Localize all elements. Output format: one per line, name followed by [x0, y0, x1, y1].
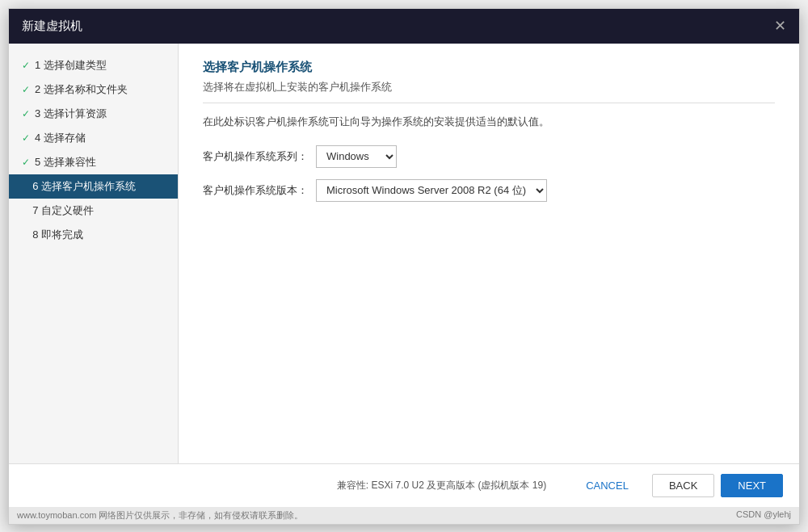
- next-button[interactable]: NEXT: [721, 474, 783, 497]
- sidebar: ✓1 选择创建类型✓2 选择名称和文件夹✓3 选择计算资源✓4 选择存储✓5 选…: [9, 44, 179, 463]
- sidebar-item-8[interactable]: 8 即将完成: [9, 223, 178, 247]
- new-vm-dialog: 新建虚拟机 ✕ ✓1 选择创建类型✓2 选择名称和文件夹✓3 选择计算资源✓4 …: [8, 8, 800, 525]
- dialog-header: 新建虚拟机 ✕: [9, 9, 799, 44]
- os-version-label: 客户机操作系统版本：: [203, 183, 308, 198]
- dialog-body: ✓1 选择创建类型✓2 选择名称和文件夹✓3 选择计算资源✓4 选择存储✓5 选…: [9, 44, 799, 463]
- sidebar-item-5[interactable]: ✓5 选择兼容性: [9, 150, 178, 174]
- step-num-6: [22, 180, 27, 192]
- sidebar-label-2: 2 选择名称和文件夹: [35, 82, 128, 97]
- cancel-button[interactable]: CANCEL: [569, 474, 646, 497]
- check-icon: ✓: [22, 60, 30, 71]
- watermark-bar: www.toymoban.com 网络图片仅供展示，非存储，如有侵权请联系删除。…: [9, 507, 799, 524]
- watermark-right: CSDN @ylehj: [736, 509, 791, 522]
- sidebar-item-7[interactable]: 7 自定义硬件: [9, 199, 178, 223]
- os-family-label: 客户机操作系统系列：: [203, 149, 308, 164]
- sidebar-label-7: 7 自定义硬件: [32, 203, 94, 218]
- os-version-row: 客户机操作系统版本： Microsoft Windows Server 2008…: [203, 179, 775, 202]
- check-icon: ✓: [22, 132, 30, 144]
- os-family-row: 客户机操作系统系列： WindowsLinuxOther: [203, 145, 775, 168]
- step-num-8: [22, 228, 27, 241]
- dialog-footer: 兼容性: ESXi 7.0 U2 及更高版本 (虚拟机版本 19) CANCEL…: [9, 463, 799, 507]
- sidebar-label-5: 5 选择兼容性: [35, 155, 96, 170]
- main-content: 选择客户机操作系统 选择将在虚拟机上安装的客户机操作系统 在此处标识客户机操作系…: [179, 44, 799, 463]
- compat-text: 兼容性: ESXi 7.0 U2 及更高版本 (虚拟机版本 19): [337, 479, 546, 492]
- sidebar-label-1: 1 选择创建类型: [35, 58, 107, 73]
- sidebar-label-6: 6 选择客户机操作系统: [32, 179, 136, 194]
- sidebar-item-4[interactable]: ✓4 选择存储: [9, 126, 178, 150]
- sidebar-item-6[interactable]: 6 选择客户机操作系统: [9, 174, 178, 199]
- sidebar-item-2[interactable]: ✓2 选择名称和文件夹: [9, 77, 178, 102]
- sidebar-label-3: 3 选择计算资源: [35, 107, 107, 121]
- sidebar-item-1[interactable]: ✓1 选择创建类型: [9, 53, 178, 77]
- back-button[interactable]: BACK: [652, 474, 714, 497]
- section-title: 选择客户机操作系统: [203, 60, 775, 75]
- sidebar-label-8: 8 即将完成: [32, 228, 83, 242]
- os-family-select[interactable]: WindowsLinuxOther: [316, 145, 397, 168]
- dialog-title: 新建虚拟机: [22, 19, 82, 34]
- section-subtitle: 选择将在虚拟机上安装的客户机操作系统: [203, 80, 775, 103]
- close-button[interactable]: ✕: [774, 19, 786, 33]
- sidebar-item-3[interactable]: ✓3 选择计算资源: [9, 102, 178, 126]
- section-desc: 在此处标识客户机操作系统可让向导为操作系统的安装提供适当的默认值。: [203, 115, 775, 129]
- check-icon: ✓: [22, 84, 30, 95]
- check-icon: ✓: [22, 108, 30, 119]
- watermark-left: www.toymoban.com 网络图片仅供展示，非存储，如有侵权请联系删除。: [17, 509, 303, 522]
- step-num-7: [22, 204, 27, 216]
- os-version-select[interactable]: Microsoft Windows Server 2008 R2 (64 位)M…: [316, 179, 547, 202]
- check-icon: ✓: [22, 157, 30, 168]
- sidebar-label-4: 4 选择存储: [35, 131, 86, 145]
